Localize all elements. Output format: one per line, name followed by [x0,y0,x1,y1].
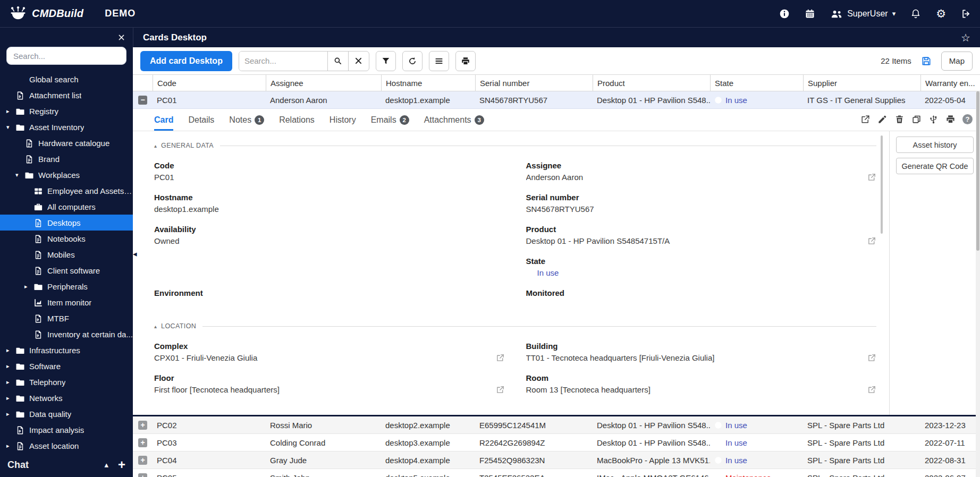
sidebar-item-item-monitor[interactable]: Item monitor [0,294,133,310]
open-reference-icon[interactable] [867,385,876,394]
sidebar-item-networks[interactable]: ▸ Networks [0,390,133,406]
table-row-pc02[interactable]: + PC02 Rossi Mario desktop2.example E659… [133,416,980,434]
sidebar-item-mtbf[interactable]: MTBF [0,310,133,326]
sidebar-item-software[interactable]: ▸ Software [0,358,133,374]
print-icon[interactable] [455,51,476,71]
column-header-warranty-en[interactable]: Warranty en... [920,75,980,91]
user-menu[interactable]: SuperUser ▾ [830,8,895,19]
caret-down-icon[interactable]: ▾ [6,124,15,131]
filter-icon[interactable] [376,51,396,71]
sidebar-item-asset-location[interactable]: ▸ Asset location [0,438,133,453]
table-row-pc01[interactable]: − PC01 Anderson Aaron desktop1.example S… [133,91,980,109]
open-reference-icon[interactable] [496,385,505,394]
tab-emails[interactable]: Emails 2 [371,109,409,131]
settings-gear-icon[interactable]: ⚙ [936,8,946,19]
sidebar-item-hardware-catalogue[interactable]: Hardware catalogue [0,135,133,151]
sidebar-item-all-computers[interactable]: All computers [0,199,133,215]
caret-down-icon[interactable]: ▾ [15,172,24,178]
column-header-state[interactable]: State [710,75,803,91]
sidebar-collapse-handle[interactable]: ◂ [133,250,137,258]
sidebar-item-employee-and-assets-i[interactable]: Employee and Assets i... [0,183,133,199]
relations-graph-icon[interactable] [928,114,939,124]
tab-details[interactable]: Details [188,109,214,131]
info-icon[interactable] [779,8,790,19]
sidebar-item-telephony[interactable]: ▸ Telephony [0,374,133,390]
tab-card[interactable]: Card [154,109,173,131]
cmdbuild-logo-icon[interactable] [9,6,28,22]
caret-right-icon[interactable]: ▸ [6,347,15,354]
collapse-section-icon[interactable]: ▴ [154,143,157,149]
collapse-row-toggle[interactable]: − [138,96,147,105]
caret-right-icon[interactable]: ▸ [6,108,15,115]
generate-qr-code-button[interactable]: Generate QR Code [896,158,974,174]
clone-card-icon[interactable] [911,114,922,124]
sidebar-item-global-search[interactable]: Global search [0,71,133,87]
form-scrollbar[interactable] [881,135,883,234]
column-header-supplier[interactable]: Supplier [803,75,920,91]
sidebar-search-input[interactable] [6,47,126,65]
sidebar-item-registry[interactable]: ▸ Registry [0,103,133,119]
help-icon[interactable]: ? [962,114,973,124]
column-header-assignee[interactable]: Assignee [266,75,381,91]
sidebar-item-workplaces[interactable]: ▾ Workplaces [0,167,133,183]
collapse-section-icon[interactable]: ▴ [154,323,157,329]
refresh-icon[interactable] [402,51,423,71]
open-reference-icon[interactable] [867,173,876,182]
caret-right-icon[interactable]: ▸ [6,379,15,386]
sidebar-item-brand[interactable]: Brand [0,151,133,167]
table-row-pc05[interactable]: + PC05 Smith John desktop5.example T2545… [133,469,980,477]
sidebar-item-client-software[interactable]: Client software [0,262,133,278]
table-row-pc03[interactable]: + PC03 Colding Conrad desktop3.example R… [133,434,980,452]
table-scrollbar-thumb[interactable] [976,91,979,251]
open-reference-icon[interactable] [496,353,505,362]
chat-collapse-icon[interactable]: ▴ [104,460,108,470]
sidebar-item-notebooks[interactable]: Notebooks [0,231,133,246]
table-search-input[interactable] [239,52,327,71]
tab-attachments[interactable]: Attachments 3 [424,109,484,131]
open-reference-icon[interactable] [867,236,876,245]
favorite-star-icon[interactable]: ☆ [961,31,970,44]
table-scrollbar[interactable] [976,91,980,477]
save-view-icon[interactable] [921,56,932,66]
open-reference-icon[interactable] [867,353,876,362]
clear-search-icon[interactable] [348,52,369,71]
tab-notes[interactable]: Notes 1 [229,109,264,131]
sidebar-item-impact-analysis[interactable]: Impact analysis [0,422,133,438]
expand-row-toggle[interactable]: + [138,438,147,447]
column-header-product[interactable]: Product [593,75,710,91]
caret-right-icon[interactable]: ▸ [24,283,33,290]
search-icon[interactable] [327,52,348,71]
expand-row-toggle[interactable]: + [138,456,147,465]
caret-right-icon[interactable]: ▸ [6,411,15,418]
asset-history-button[interactable]: Asset history [896,137,974,153]
calendar-icon[interactable] [805,8,815,19]
tab-relations[interactable]: Relations [279,109,315,131]
column-header-code[interactable]: Code [153,75,266,91]
column-header-serial-number[interactable]: Serial number [475,75,593,91]
sidebar-item-peripherals[interactable]: ▸ Peripherals [0,278,133,294]
map-button[interactable]: Map [941,52,973,71]
edit-card-icon[interactable] [877,114,888,124]
sidebar-item-desktops[interactable]: Desktops [0,215,133,231]
caret-right-icon[interactable]: ▸ [6,363,15,370]
expand-row-toggle[interactable]: + [138,421,147,430]
expand-row-toggle[interactable]: + [138,473,147,477]
caret-right-icon[interactable]: ▸ [6,395,15,402]
logout-icon[interactable] [961,8,971,19]
sidebar-item-asset-inventory[interactable]: ▾ Asset Inventory [0,119,133,135]
column-header-hostname[interactable]: Hostname [381,75,475,91]
sidebar-item-mobiles[interactable]: Mobiles [0,246,133,262]
notifications-bell-icon[interactable] [910,8,921,19]
sidebar-item-data-quality[interactable]: ▸ Data quality [0,406,133,422]
sidebar-item-infrastructures[interactable]: ▸ Infrastructures [0,342,133,358]
open-card-icon[interactable] [860,114,871,124]
add-card-button[interactable]: Add card Desktop [140,51,232,71]
tab-history[interactable]: History [330,109,356,131]
menu-icon[interactable] [429,51,449,71]
table-row-pc04[interactable]: + PC04 Gray Jude desktop4.example F25452… [133,452,980,469]
chat-add-icon[interactable]: + [118,459,125,470]
caret-right-icon[interactable]: ▸ [6,442,15,449]
print-card-icon[interactable] [945,114,956,124]
sidebar-close-icon[interactable] [117,33,125,41]
sidebar-item-inventory-at-certain-da[interactable]: Inventory at certain da... [0,326,133,342]
